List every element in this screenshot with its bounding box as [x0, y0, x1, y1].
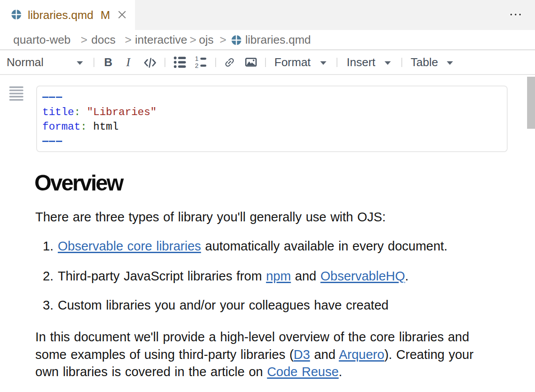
svg-text:2: 2 [195, 62, 198, 68]
svg-text:1: 1 [195, 56, 198, 62]
